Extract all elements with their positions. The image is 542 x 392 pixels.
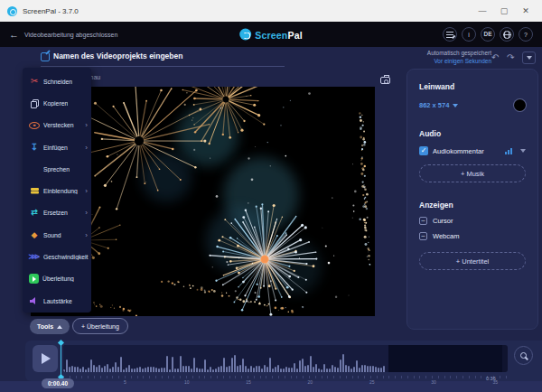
redo-icon[interactable]: ↷ (507, 53, 514, 62)
autosave-label: Automatisch gespeichert (427, 50, 491, 56)
menu-item-lautstärke[interactable]: Lautstärke (23, 290, 91, 312)
show-item-label: Cursor (433, 217, 453, 225)
add-subtitle-button[interactable]: + Untertitel (419, 252, 526, 270)
menu-item-schneiden[interactable]: Schneiden (23, 70, 91, 92)
canvas-size-dropdown[interactable]: 862 x 574 (419, 99, 526, 111)
swap-icon (29, 208, 40, 219)
playhead[interactable] (61, 342, 61, 378)
back-arrow-icon: ← (9, 29, 19, 40)
silent-clip[interactable] (388, 345, 502, 372)
back-button[interactable]: ← Videobearbeitung abgeschlossen (9, 29, 117, 40)
menu-item-verstecken[interactable]: Verstecken› (23, 115, 91, 136)
chevron-right-icon: › (85, 144, 88, 152)
window-titlebar: ScreenPal - 3.7.0 — ▢ ✕ (0, 0, 542, 22)
close-button[interactable]: ✕ (515, 0, 537, 22)
edit-pencil-icon (41, 52, 50, 61)
narration-checkbox[interactable] (419, 146, 428, 155)
screenpal-app: { "window": { "title": "ScreenPal - 3.7.… (0, 0, 542, 392)
tools-button[interactable]: Tools (30, 319, 70, 334)
chevron-right-icon: › (85, 121, 88, 129)
language-button[interactable]: DE (481, 27, 495, 42)
insert-icon (29, 142, 40, 153)
globe-button[interactable] (500, 27, 514, 42)
chevron-up-icon (57, 325, 62, 329)
menu-item-einblendung[interactable]: Einblendung› (23, 180, 91, 201)
autosave-status: Automatisch gespeichert Vor einigen Seku… (427, 50, 491, 64)
ruler-label: 30 (431, 379, 436, 385)
camera-icon[interactable] (380, 77, 390, 84)
menu-item-label: Einblendung (43, 188, 78, 194)
menu-item-label: Kopieren (43, 100, 68, 107)
play-button[interactable] (33, 345, 58, 372)
show-toggle-webcam[interactable]: Webcam (419, 232, 526, 240)
back-label: Videobearbeitung abgeschlossen (24, 32, 117, 38)
timeline-zoom-button[interactable] (514, 346, 533, 365)
tools-menu: SchneidenKopierenVerstecken›Einfügen›Spr… (23, 68, 91, 313)
project-name-input[interactable]: Namen des Videoprojekts eingeben (53, 51, 182, 61)
globe-icon (503, 31, 511, 39)
ruler-label: 25 (369, 379, 375, 385)
tools-button-label: Tools (37, 323, 53, 330)
copy-icon (29, 98, 40, 108)
menu-item-label: Einfügen (43, 145, 68, 151)
screenpal-logo: ScreenPal (239, 29, 303, 41)
chevron-down-icon (453, 104, 458, 107)
show-toggle-cursor[interactable]: Cursor (419, 217, 526, 225)
eye-icon (29, 120, 40, 131)
audio-waveform[interactable] (63, 345, 388, 372)
app-icon (7, 6, 17, 16)
timeline-ruler: 5101520253035 (63, 376, 508, 384)
timeline-track[interactable] (63, 345, 508, 372)
scissors-icon (29, 76, 40, 87)
undo-icon[interactable]: ↶ (491, 53, 499, 62)
layers-icon (29, 186, 40, 197)
menu-item-sound[interactable]: Sound› (23, 224, 91, 246)
audio-level-icon (505, 148, 512, 154)
show-items: CursorWebcam (419, 217, 526, 240)
canvas-size-value: 862 x 574 (419, 101, 449, 109)
menu-item-überleitung[interactable]: Überleitung (23, 268, 91, 290)
minimize-button[interactable]: — (472, 0, 493, 22)
autosave-time-link[interactable]: Vor einigen Sekunden (427, 58, 491, 64)
show-item-label: Webcam (433, 232, 459, 240)
right-panel: Leinwand 862 x 574 Audio Audiokommentar … (406, 69, 538, 330)
minus-box-icon (419, 217, 427, 225)
chevron-right-icon: › (85, 187, 88, 195)
add-transition-button[interactable]: + Überleitung (72, 318, 128, 334)
logo-screen-text: Screen (255, 29, 287, 40)
sound-icon (29, 229, 40, 240)
menu-item-label: Überleitung (42, 275, 74, 282)
ruler-label: 15 (246, 379, 251, 385)
window-title: ScreenPal - 3.7.0 (23, 7, 79, 15)
menu-item-einfügen[interactable]: Einfügen› (23, 136, 91, 158)
canvas-color-swatch[interactable] (514, 99, 526, 111)
menu-item-sprechen[interactable]: Sprechen (23, 158, 91, 180)
show-section-title: Anzeigen (419, 201, 526, 210)
project-name-underline (41, 66, 285, 67)
info-button[interactable]: i (462, 27, 476, 42)
play-icon (42, 353, 51, 364)
chevron-right-icon: › (85, 209, 88, 217)
menu-item-label: Ersetzen (43, 210, 68, 216)
ruler-label: 10 (184, 379, 190, 385)
magnifier-icon (520, 352, 527, 359)
minus-box-icon (419, 232, 427, 240)
transition-icon (29, 274, 39, 284)
chevron-down-icon[interactable] (520, 149, 526, 153)
add-music-button[interactable]: + Musik (419, 164, 526, 182)
add-transition-label: + Überleitung (81, 323, 119, 330)
maximize-button[interactable]: ▢ (493, 0, 515, 22)
narration-label: Audiokommentar (433, 147, 484, 155)
help-button[interactable]: ? (519, 27, 533, 42)
ruler-label: 20 (308, 379, 313, 385)
menu-item-ersetzen[interactable]: Ersetzen› (23, 202, 91, 224)
ruler-label: 5 (124, 379, 126, 385)
menu-item-label: Sound (43, 232, 61, 238)
logo-pal-text: Pal (287, 29, 302, 40)
header-dropdown-button[interactable] (522, 51, 536, 64)
menu-item-geschwindigkeit[interactable]: Geschwindigkeit› (23, 246, 91, 267)
menu-item-kopieren[interactable]: Kopieren (23, 92, 91, 114)
playlist-button[interactable] (443, 27, 457, 42)
menu-item-label: Sprechen (43, 166, 70, 173)
chevron-down-icon (527, 56, 532, 60)
